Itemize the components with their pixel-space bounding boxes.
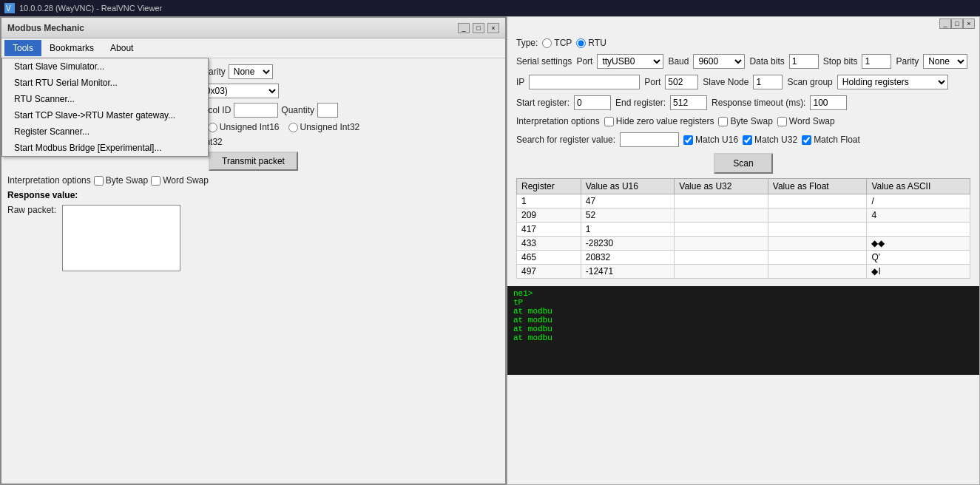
right-minimize-btn[interactable]: _	[939, 18, 951, 29]
menu-bookmarks[interactable]: Bookmarks	[41, 40, 102, 56]
cell-u16: 1	[581, 223, 675, 237]
word-swap-label: Word Swap	[163, 175, 209, 186]
right-stop-bits-input[interactable]	[862, 54, 891, 69]
radio-uint32-label: Unsigned Int32	[300, 122, 360, 132]
start-register-input[interactable]	[574, 95, 611, 110]
cell-float	[768, 237, 867, 251]
word-swap-item[interactable]: Word Swap	[151, 175, 209, 186]
transmit-button[interactable]: Transmit packet	[209, 152, 298, 171]
menu-tools[interactable]: Tools	[4, 40, 41, 56]
byte-swap-checkbox[interactable]	[94, 176, 104, 186]
raw-packet-area: Raw packet:	[7, 205, 499, 271]
col-u32: Value as U32	[675, 179, 768, 194]
radio-uint32[interactable]: Unsigned Int32	[288, 122, 360, 132]
register-range-row: Start register: End register: Response t…	[516, 95, 970, 110]
table-row: 209524	[517, 208, 970, 223]
cell-float	[768, 194, 867, 208]
quantity-input[interactable]	[317, 103, 338, 118]
menu-modbus-bridge[interactable]: Start Modbus Bridge [Experimental]...	[2, 140, 208, 156]
radio-uint32-input[interactable]	[288, 123, 298, 132]
right-interp-row: Interpretation options Hide zero value r…	[516, 116, 970, 126]
right-close-btn[interactable]: ×	[963, 18, 975, 29]
match-u16-checkbox[interactable]	[683, 135, 693, 145]
window-title: Modbus Mechanic	[7, 23, 84, 33]
match-u32-checkbox[interactable]	[743, 135, 752, 145]
cell-u16: 52	[581, 208, 675, 223]
right-baud-select[interactable]: 9600 4800 19200	[693, 54, 745, 69]
menu-register-scanner[interactable]: Register Scanner...	[2, 123, 208, 140]
right-word-swap-item[interactable]: Word Swap	[777, 116, 835, 126]
right-word-swap-checkbox[interactable]	[777, 117, 787, 126]
settings-form: Type: TCP RTU Serial settings Port ttyUS…	[507, 30, 979, 286]
menu-start-slave[interactable]: Start Slave Simulator...	[2, 58, 208, 75]
match-u16-item[interactable]: Match U16	[683, 135, 738, 145]
right-data-bits-input[interactable]	[789, 54, 819, 69]
minimize-button[interactable]: _	[458, 23, 470, 33]
cell-register: 497	[517, 265, 581, 279]
right-data-bits-label: Data bits	[749, 56, 784, 67]
search-row: Search for register value: Match U16 Mat…	[516, 132, 970, 147]
cell-register: 1	[517, 194, 581, 208]
menu-tcp-slave[interactable]: Start TCP Slave->RTU Master gateway...	[2, 107, 208, 123]
hide-zero-checkbox[interactable]	[604, 117, 614, 126]
col-float: Value as Float	[768, 179, 867, 194]
close-button[interactable]: ×	[487, 23, 499, 33]
menu-rtu-scanner[interactable]: RTU Scanner...	[2, 91, 208, 107]
right-baud-label: Baud	[668, 56, 689, 67]
radio-uint16[interactable]: Unsigned Int16	[208, 122, 280, 132]
timeout-input[interactable]	[810, 95, 847, 110]
quantity-label: Quantity	[281, 105, 314, 115]
menu-about[interactable]: About	[102, 40, 141, 56]
window-controls: _ □ ×	[458, 23, 499, 33]
match-float-item[interactable]: Match Float	[802, 135, 860, 145]
connection-row: IP Port Slave Node Scan group Holding re…	[516, 75, 970, 89]
search-input[interactable]	[620, 132, 679, 147]
slave-node-input[interactable]	[753, 75, 783, 89]
radio-uint16-input[interactable]	[208, 123, 217, 132]
raw-packet-textarea[interactable]	[62, 205, 180, 271]
right-byte-swap-checkbox[interactable]	[718, 117, 728, 126]
word-swap-checkbox[interactable]	[151, 176, 160, 186]
rtu-radio-item[interactable]: RTU	[576, 38, 606, 48]
menu-start-rtu[interactable]: Start RTU Serial Monitor...	[2, 75, 208, 91]
protocol-id-input[interactable]	[234, 103, 278, 118]
match-u32-item[interactable]: Match U32	[743, 135, 797, 145]
maximize-button[interactable]: □	[473, 23, 484, 33]
ip-input[interactable]	[529, 75, 640, 89]
title-bar-text: 10.0.0.28 (WayVNC) - RealVNC Viewer	[19, 4, 162, 13]
scan-button[interactable]: Scan	[714, 153, 772, 174]
type-row: Type: TCP RTU	[516, 38, 970, 48]
col-register: Register	[517, 179, 581, 194]
cell-register: 433	[517, 237, 581, 251]
right-parity-label: Parity	[896, 56, 919, 67]
table-row: 497-12471◆I	[517, 265, 970, 279]
table-row: 147/	[517, 194, 970, 208]
parity-select[interactable]: None Even Odd	[229, 64, 273, 79]
cell-float	[768, 251, 867, 265]
terminal-line: at modbu	[513, 307, 973, 316]
right-port-select[interactable]: ttyUSB0 ttyUSB1 ttyS0	[597, 54, 663, 69]
interpretation-label: Interpretation options	[7, 175, 91, 186]
window-title-bar: Modbus Mechanic _ □ ×	[1, 18, 505, 38]
right-parity-select[interactable]: None Even Odd	[923, 54, 967, 69]
hide-zero-item[interactable]: Hide zero value registers	[604, 116, 714, 126]
scan-group-right-select[interactable]: Holding registers Input registers Coils	[837, 75, 948, 89]
end-register-input[interactable]	[670, 95, 707, 110]
right-maximize-btn[interactable]: □	[951, 18, 963, 29]
match-float-checkbox[interactable]	[802, 135, 811, 145]
app-icon: V	[4, 3, 15, 13]
right-panel: _ □ × Type: TCP RTU Serial settings Por	[507, 16, 980, 485]
conn-port-input[interactable]	[665, 75, 698, 89]
tcp-radio[interactable]	[542, 38, 552, 48]
rtu-radio[interactable]	[576, 38, 586, 48]
cell-float	[768, 265, 867, 279]
menu-bar: Tools Bookmarks About Start Slave Simula…	[1, 38, 505, 58]
tcp-radio-item[interactable]: TCP	[542, 38, 572, 48]
terminal-line: at modbu	[513, 333, 973, 342]
terminal-line: at modbu	[513, 316, 973, 325]
cell-register: 209	[517, 208, 581, 223]
right-byte-swap-item[interactable]: Byte Swap	[718, 116, 772, 126]
byte-swap-item[interactable]: Byte Swap	[94, 175, 148, 186]
cell-u32	[675, 223, 768, 237]
type-label: Type:	[516, 38, 538, 48]
